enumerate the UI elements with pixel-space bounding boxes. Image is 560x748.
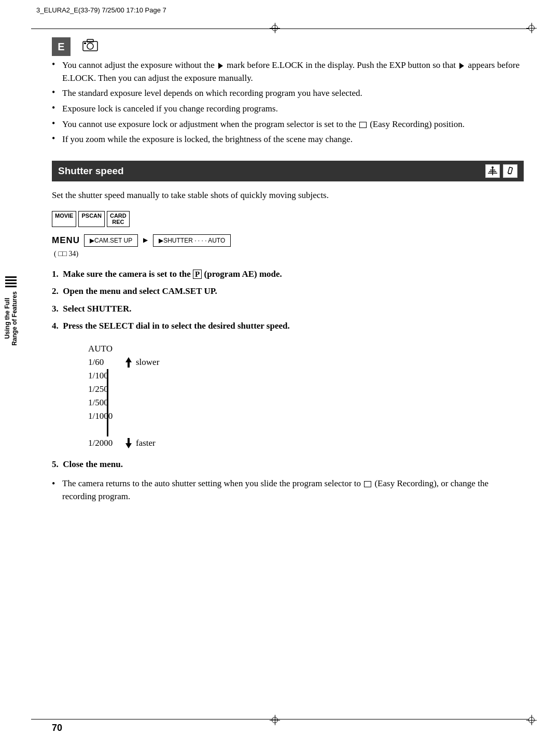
faster-label: faster xyxy=(136,438,156,448)
crosshair-bottom-right xyxy=(526,715,537,725)
speed-1000: 1/1000 xyxy=(88,411,124,421)
speed-row-100: 1/100 xyxy=(88,369,124,383)
mode-badge-movie: MOVIE xyxy=(52,211,76,227)
speed-row-2000: 1/2000 faster xyxy=(88,436,524,450)
svg-point-1 xyxy=(87,43,93,49)
page-number: 70 xyxy=(52,723,62,733)
antenna-icon xyxy=(485,164,500,178)
page-border-top xyxy=(31,29,529,29)
speed-500: 1/500 xyxy=(88,398,124,408)
bullet-section-top: • You cannot adjust the exposure without… xyxy=(52,59,524,146)
triangle-icon-2 xyxy=(459,63,464,69)
crosshair-top xyxy=(270,23,280,33)
bullet-item-4: • You cannot use exposure lock or adjust… xyxy=(52,118,524,131)
speed-row-250: 1/250 xyxy=(88,383,124,396)
speed-auto: AUTO xyxy=(88,344,124,354)
svg-rect-9 xyxy=(508,167,513,174)
speed-250: 1/250 xyxy=(88,384,124,394)
header-icons xyxy=(485,164,517,178)
svg-marker-11 xyxy=(125,357,132,362)
menu-diagram: MENU ▶CAM.SET UP ▶ ▶SHUTTER · · · · AUTO xyxy=(52,234,524,247)
speed-2000: 1/2000 xyxy=(88,438,124,448)
p-icon: P xyxy=(193,270,202,279)
speed-row-60: 1/60 slower xyxy=(88,356,524,369)
bullet-item-3: • Exposure lock is canceled if you chang… xyxy=(52,103,524,116)
menu-ref: ( □□ 34) xyxy=(54,250,524,258)
triangle-icon-1 xyxy=(218,63,223,69)
bracket-icon-2 xyxy=(364,481,371,487)
arrow-up-icon xyxy=(124,357,133,368)
top-section: E xyxy=(52,36,524,56)
step-1: 1. Make sure the camera is set to the P … xyxy=(52,267,524,281)
svg-rect-2 xyxy=(87,39,93,42)
footer-bullet: • The camera returns to the auto shutter… xyxy=(52,477,524,503)
bullet-item-1: • You cannot adjust the exposure without… xyxy=(52,59,524,84)
e-badge: E xyxy=(52,37,71,56)
mode-badge-card-rec: CARDREC xyxy=(107,211,130,227)
section-header: Shutter speed xyxy=(52,161,524,181)
speed-bar-container: 1/100 1/250 1/500 1/1000 xyxy=(88,369,524,436)
menu-word: MENU xyxy=(52,235,80,246)
menu-step1: ▶CAM.SET UP xyxy=(90,237,132,244)
crosshair-top-right xyxy=(526,23,537,33)
section-title: Shutter speed xyxy=(58,165,124,177)
bullet-item-5: • If you zoom while the exposure is lock… xyxy=(52,133,524,146)
svg-rect-3 xyxy=(84,43,86,44)
arrow-down-icon xyxy=(124,438,133,448)
speed-100: 1/100 xyxy=(88,371,124,381)
camera-icon xyxy=(82,37,99,52)
mode-badges: MOVIE PSCAN CARDREC xyxy=(52,211,524,227)
step-2: 2. Open the menu and select CAM.SET UP. xyxy=(52,285,524,298)
speed-table: AUTO 1/60 slower 1/100 1/250 1/500 1 xyxy=(88,342,524,450)
menu-step2: ▶SHUTTER · · · · AUTO xyxy=(159,237,225,244)
page-border-bottom xyxy=(31,719,529,719)
bullet-item-2: • The standard exposure level depends on… xyxy=(52,87,524,100)
mode-badge-pscan: PSCAN xyxy=(78,211,105,227)
camera-icon-area xyxy=(82,37,99,54)
crosshair-bottom xyxy=(270,715,280,725)
menu-box-1: ▶CAM.SET UP xyxy=(84,234,138,247)
speed-row-500: 1/500 xyxy=(88,396,124,410)
menu-box-2: ▶SHUTTER · · · · AUTO xyxy=(153,234,231,247)
speed-row-auto: AUTO xyxy=(88,342,524,356)
menu-separator: ▶ xyxy=(143,236,148,244)
side-tab: Using the Full Range of Features xyxy=(1,276,21,346)
svg-marker-14 xyxy=(125,443,132,448)
step-4: 4. Press the SELECT dial in to select th… xyxy=(52,319,524,333)
pencil-icon xyxy=(503,164,517,178)
main-content: E • You cannot adjust the exposure witho… xyxy=(52,36,524,712)
speed-row-1000: 1/1000 xyxy=(88,410,124,423)
side-tab-text: Using the Full Range of Features xyxy=(4,291,19,346)
svg-rect-12 xyxy=(128,362,130,368)
side-lines xyxy=(5,276,17,287)
step-3: 3. Select SHUTTER. xyxy=(52,302,524,316)
section-description: Set the shutter speed manually to take s… xyxy=(52,189,524,202)
step-5: 5. Close the menu. xyxy=(52,459,524,470)
steps-list: 1. Make sure the camera is set to the P … xyxy=(52,267,524,333)
svg-point-8 xyxy=(492,166,494,168)
slower-label: slower xyxy=(136,357,159,368)
bracket-icon-1 xyxy=(359,122,367,128)
speed-60: 1/60 xyxy=(88,357,124,368)
svg-rect-13 xyxy=(128,438,130,443)
page-header: 3_ELURA2_E(33-79) 7/25/00 17:10 Page 7 xyxy=(36,6,166,14)
